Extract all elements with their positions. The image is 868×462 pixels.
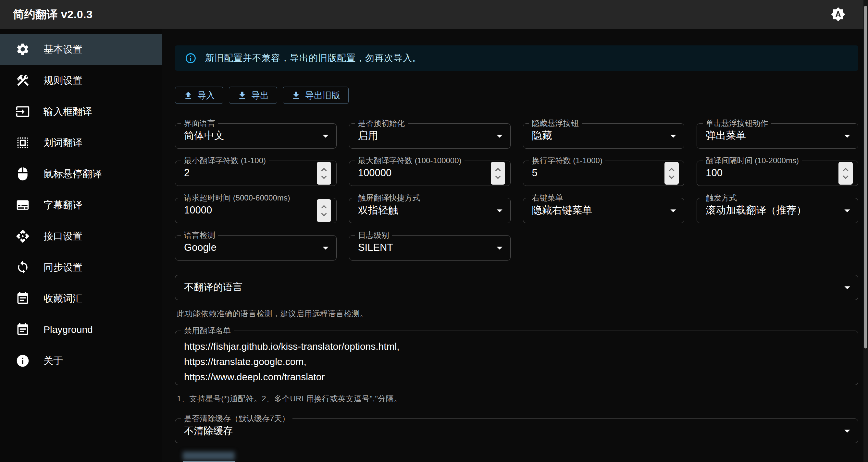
redacted-link[interactable]: ██████████ (183, 452, 235, 462)
sidebar-item-label: 划词翻译 (43, 136, 83, 150)
field-value: 隐藏右键菜单 (532, 198, 592, 222)
sidebar-item-label: 鼠标悬停翻译 (43, 167, 102, 181)
select-log-level[interactable]: 日志级别 SILENT (349, 235, 510, 261)
info-outline-icon (185, 52, 197, 64)
sidebar-item-label: 输入框翻译 (43, 105, 92, 119)
export-button[interactable]: 导出 (229, 87, 277, 104)
sidebar-item-api-settings[interactable]: 接口设置 (0, 221, 162, 252)
select-fab-click-action[interactable]: 单击悬浮按钮动作 弹出菜单 (696, 123, 858, 148)
input-request-timeout[interactable]: 请求超时时间 (5000-60000ms) 10000 (175, 198, 337, 223)
sidebar-item-input-translate[interactable]: 输入框翻译 (0, 96, 162, 127)
sidebar-item-sync-settings[interactable]: 同步设置 (0, 252, 162, 283)
brightness-auto-icon (831, 7, 846, 23)
chevron-down-icon (319, 129, 332, 143)
sidebar-item-selection-translate[interactable]: 划词翻译 (0, 127, 162, 158)
stepper-up-icon[interactable] (321, 168, 327, 173)
sidebar-item-hover-translate[interactable]: 鼠标悬停翻译 (0, 158, 162, 190)
select-preinit[interactable]: 是否预初始化 启用 (349, 123, 510, 148)
chevron-down-icon (666, 129, 680, 143)
chevron-down-icon (840, 424, 854, 438)
stepper-up-icon[interactable] (321, 205, 327, 210)
select-skip-languages[interactable]: 不翻译的语言 (175, 275, 858, 300)
sidebar-item-label: 同步设置 (43, 261, 83, 274)
app-bar: 简约翻译 v2.0.3 (0, 0, 868, 29)
sidebar-item-about[interactable]: 关于 (0, 345, 162, 376)
settings-icon (16, 42, 30, 57)
export-legacy-button[interactable]: 导出旧版 (283, 87, 349, 104)
chevron-down-icon (666, 204, 680, 218)
input-newline-chars[interactable]: 换行字符数 (1-1000) 5 (523, 161, 685, 186)
download-icon (291, 91, 301, 100)
textarea-disabled-list[interactable]: 禁用翻译名单 https://fishjar.github.io/kiss-tr… (175, 331, 858, 385)
sidebar-item-subtitle-translate[interactable]: 字幕翻译 (0, 190, 162, 221)
field-label: 禁用翻译名单 (181, 326, 234, 335)
construction-icon (16, 73, 30, 88)
download-icon (237, 91, 247, 100)
stepper-up-icon[interactable] (495, 168, 500, 173)
number-stepper[interactable] (664, 162, 679, 185)
input-max-chars[interactable]: 最大翻译字符数 (100-100000) 100000 (349, 161, 510, 186)
sidebar-nav: 基本设置 规则设置 输入框翻译 划词翻译 鼠标悬停翻译 字幕翻译 接口设置 同 (0, 29, 162, 462)
field-value: 100 (706, 161, 722, 185)
sidebar-item-label: Playground (43, 324, 93, 335)
chevron-down-icon (840, 129, 854, 143)
input-icon (16, 104, 30, 119)
input-min-chars[interactable]: 最小翻译字符数 (1-100) 2 (175, 161, 337, 186)
number-stepper[interactable] (491, 162, 505, 185)
chevron-down-icon (319, 241, 332, 255)
number-stepper[interactable] (317, 162, 331, 185)
number-stepper[interactable] (317, 199, 331, 222)
field-value: 100000 (358, 161, 392, 185)
main-content: 新旧配置并不兼容，导出的旧版配置，勿再次导入。 导入 导出 导出旧版 界面语言 … (163, 29, 868, 462)
mouse-icon (16, 167, 30, 181)
stepper-down-icon[interactable] (321, 173, 327, 179)
chevron-down-icon (840, 280, 854, 294)
field-value: 隐藏 (532, 124, 552, 147)
stepper-up-icon[interactable] (669, 168, 675, 173)
field-value: 不翻译的语言 (184, 275, 243, 299)
stepper-down-icon[interactable] (843, 173, 848, 179)
sidebar-item-favorite-words[interactable]: 收藏词汇 (0, 283, 162, 314)
disabled-list-helper: 1、支持星号(*)通配符。2、多个URL用换行或英文逗号","分隔。 (177, 394, 857, 404)
select-touch-shortcut[interactable]: 触屏翻译快捷方式 双指轻触 (349, 198, 510, 223)
select-language-detect[interactable]: 语言检测 Google (175, 235, 337, 261)
chevron-down-icon (840, 204, 854, 218)
sidebar-item-playground[interactable]: Playground (0, 314, 162, 345)
sidebar-item-label: 字幕翻译 (43, 199, 83, 212)
select-trigger-mode[interactable]: 触发方式 滚动加载翻译（推荐） (696, 198, 858, 223)
field-label: 最小翻译字符数 (1-100) (181, 156, 269, 165)
theme-toggle-button[interactable] (830, 6, 846, 23)
stepper-down-icon[interactable] (321, 210, 327, 216)
subtitles-icon (16, 198, 30, 212)
number-stepper[interactable] (838, 162, 853, 185)
sidebar-item-label: 关于 (43, 354, 63, 368)
config-toolbar: 导入 导出 导出旧版 (175, 87, 858, 104)
select-context-menu[interactable]: 右键菜单 隐藏右键菜单 (523, 198, 685, 223)
sidebar-item-basic-settings[interactable]: 基本设置 (0, 34, 162, 65)
field-value: 滚动加载翻译（推荐） (706, 198, 806, 222)
textarea-value: https://fishjar.github.io/kiss-translato… (184, 339, 849, 385)
field-value: 不清除缓存 (184, 419, 233, 443)
grid-empty-cell (523, 235, 685, 261)
sidebar-item-label: 规则设置 (43, 74, 83, 87)
options-page: 简约翻译 v2.0.3 基本设置 规则设置 输入框翻译 划词翻译 鼠标悬停翻译 (0, 0, 868, 462)
select-hide-fab[interactable]: 隐藏悬浮按钮 隐藏 (523, 123, 685, 148)
select-ui-language[interactable]: 界面语言 简体中文 (175, 123, 337, 148)
field-value: SILENT (358, 235, 394, 260)
stepper-down-icon[interactable] (669, 173, 675, 179)
input-translate-interval[interactable]: 翻译间隔时间 (10-2000ms) 100 (696, 161, 858, 186)
sidebar-item-label: 基本设置 (43, 43, 83, 56)
stepper-up-icon[interactable] (843, 168, 848, 173)
field-value: 简体中文 (184, 124, 224, 147)
field-value: 弹出菜单 (706, 124, 746, 147)
chevron-down-icon (493, 204, 506, 218)
import-button[interactable]: 导入 (175, 87, 223, 104)
scrollbar-thumb[interactable] (864, 6, 867, 349)
select-clear-cache[interactable]: 是否清除缓存（默认缓存7天） 不清除缓存 (175, 419, 858, 443)
sidebar-item-rules-settings[interactable]: 规则设置 (0, 65, 162, 96)
stepper-down-icon[interactable] (495, 173, 500, 179)
app-title: 简约翻译 v2.0.3 (13, 7, 93, 22)
scrollbar-track[interactable] (864, 0, 868, 462)
chevron-down-icon (493, 129, 506, 143)
field-value: 10000 (184, 198, 212, 222)
